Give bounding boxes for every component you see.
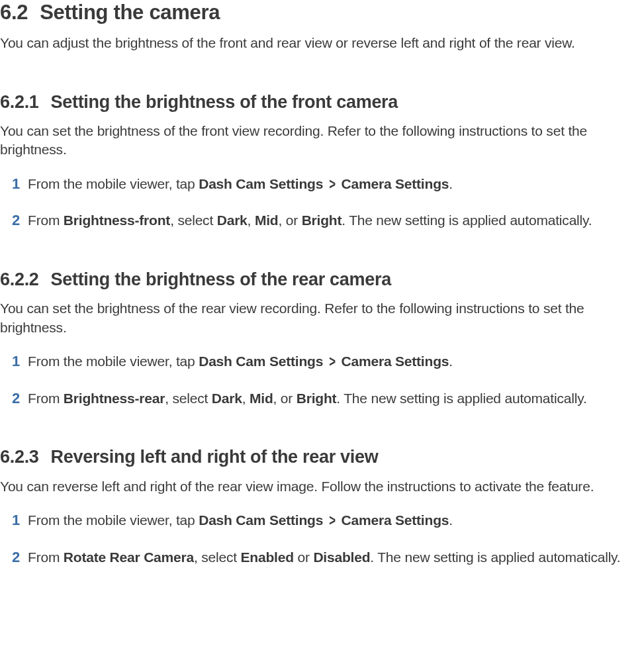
step-text: From the mobile viewer, tap Dash Cam Set…	[28, 175, 644, 193]
ui-setting-name: Brightness-front	[64, 213, 170, 228]
ui-path-part: Camera Settings	[342, 354, 449, 369]
section-intro: You can adjust the brightness of the fro…	[0, 34, 644, 52]
ui-setting-name: Rotate Rear Camera	[64, 549, 194, 565]
subsection-heading: 6.2.3Reversing left and right of the rea…	[0, 446, 644, 467]
step-item: 1 From the mobile viewer, tap Dash Cam S…	[12, 352, 644, 371]
step-text: From Rotate Rear Camera, select Enabled …	[28, 548, 644, 567]
ui-option: Bright	[297, 391, 337, 406]
step-item: 2 From Rotate Rear Camera, select Enable…	[12, 547, 644, 567]
ui-path-part: Dash Cam Settings	[199, 176, 323, 191]
step-number: 1	[12, 510, 28, 530]
ui-setting-name: Brightness-rear	[64, 391, 165, 406]
ui-option: Enabled	[241, 549, 294, 565]
step-item: 2 From Brightness-front, select Dark, Mi…	[12, 211, 644, 230]
step-item: 1 From the mobile viewer, tap Dash Cam S…	[12, 510, 644, 530]
step-number: 2	[12, 547, 28, 567]
ui-option: Bright	[302, 213, 342, 228]
step-number: 1	[12, 352, 28, 371]
ui-option: Dark	[217, 213, 248, 228]
subsection-title: Setting the brightness of the rear camer…	[51, 269, 391, 289]
chevron-right-icon: >	[329, 510, 336, 531]
subsection-title: Setting the brightness of the front came…	[51, 92, 398, 112]
step-number: 2	[12, 389, 28, 408]
subsection-number: 6.2.2	[0, 269, 39, 289]
ui-option: Mid	[255, 213, 279, 228]
steps-list: 1 From the mobile viewer, tap Dash Cam S…	[12, 510, 644, 567]
subsection-intro: You can set the brightness of the rear v…	[0, 299, 644, 337]
step-number: 2	[12, 211, 28, 230]
section-number: 6.2	[0, 1, 28, 24]
subsection-heading: 6.2.1Setting the brightness of the front…	[0, 91, 644, 113]
step-number: 1	[12, 174, 28, 194]
ui-option: Mid	[250, 391, 273, 406]
steps-list: 1 From the mobile viewer, tap Dash Cam S…	[12, 352, 644, 408]
ui-option: Disabled	[313, 549, 370, 565]
step-text: From Brightness-rear, select Dark, Mid, …	[28, 389, 644, 408]
ui-option: Dark	[212, 391, 242, 406]
chevron-right-icon: >	[329, 173, 336, 194]
section-heading: 6.2Setting the camera	[0, 0, 644, 24]
chevron-right-icon: >	[329, 352, 336, 372]
ui-path-part: Camera Settings	[342, 176, 449, 191]
ui-path-part: Dash Cam Settings	[199, 512, 323, 528]
subsection-title: Reversing left and right of the rear vie…	[51, 447, 379, 467]
steps-list: 1 From the mobile viewer, tap Dash Cam S…	[12, 174, 644, 230]
step-text: From the mobile viewer, tap Dash Cam Set…	[28, 352, 644, 371]
ui-path-part: Camera Settings	[342, 512, 449, 528]
subsection-intro: You can reverse left and right of the re…	[0, 477, 644, 496]
step-item: 2 From Brightness-rear, select Dark, Mid…	[12, 389, 644, 408]
subsection-number: 6.2.1	[0, 92, 39, 112]
subsection-heading: 6.2.2Setting the brightness of the rear …	[0, 269, 644, 290]
subsection-intro: You can set the brightness of the front …	[0, 122, 644, 160]
step-text: From the mobile viewer, tap Dash Cam Set…	[28, 511, 644, 530]
subsection-number: 6.2.3	[0, 447, 39, 467]
step-text: From Brightness-front, select Dark, Mid,…	[28, 211, 644, 230]
step-item: 1 From the mobile viewer, tap Dash Cam S…	[12, 174, 644, 194]
ui-path-part: Dash Cam Settings	[199, 354, 323, 369]
section-title: Setting the camera	[40, 1, 220, 24]
